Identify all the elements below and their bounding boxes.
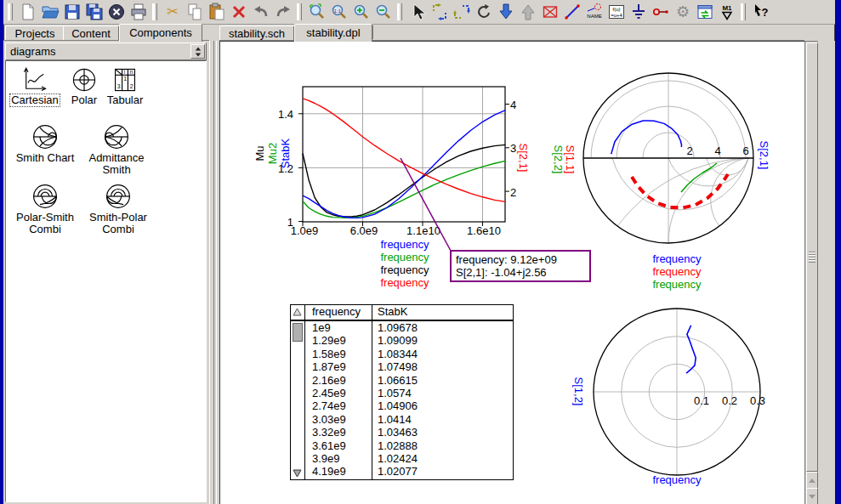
close-icon	[107, 3, 126, 21]
svg-text:2: 2	[130, 83, 134, 89]
table-cell: 4.19e9	[312, 465, 372, 478]
marker-button[interactable]: M1	[717, 2, 737, 22]
zoom-out-button[interactable]	[373, 2, 394, 22]
rotate-button[interactable]	[474, 2, 494, 22]
tabular-diagram[interactable]: frequency StabK 1e9 1.29e9 1.58e9 1.87e9…	[290, 304, 514, 480]
delete-button[interactable]	[229, 2, 249, 22]
table-cell: 1e9	[312, 321, 372, 334]
sidebar-item-label: Polar	[70, 93, 99, 107]
ground-button[interactable]	[628, 2, 649, 22]
svg-text:M1: M1	[722, 4, 732, 12]
paste-button[interactable]	[207, 2, 227, 22]
undo-button[interactable]	[251, 2, 271, 22]
port-button[interactable]	[651, 2, 671, 22]
zoom-in-button[interactable]	[351, 2, 372, 22]
save-all-button[interactable]	[84, 2, 105, 22]
sidebar-item-admittance-smith[interactable]: Admittance Smith	[82, 122, 151, 177]
wire-label-button[interactable]: NAME	[584, 2, 605, 22]
wire-button[interactable]	[562, 2, 582, 22]
print-icon	[129, 3, 148, 21]
toolbar-handle[interactable]	[8, 3, 13, 20]
copy-button[interactable]	[185, 2, 205, 22]
print-button[interactable]	[128, 2, 149, 22]
x-axis-tick: 1.0e9	[286, 224, 323, 237]
table-cell: 3.03e9	[312, 413, 372, 426]
polar-smith-combi-icon	[31, 182, 60, 211]
mirror-x-button[interactable]	[429, 2, 450, 22]
table-cell: 1.07498	[378, 360, 513, 373]
deactivate-button[interactable]	[540, 2, 560, 22]
cut-button[interactable]: ✂	[162, 2, 183, 22]
paste-icon	[207, 3, 226, 21]
sidebar-item-label: Smith-Polar Combi	[82, 211, 154, 236]
combobox-spin-button[interactable]	[190, 44, 205, 59]
zoom-1-1-icon: 1:1	[330, 3, 349, 21]
save-button[interactable]	[62, 2, 82, 22]
push-into-button[interactable]	[496, 2, 516, 22]
toolbar: ✂ 1:1 NAME f(u)=u+4 ⚙ M1 ?	[3, 0, 835, 25]
tab-stability-dpl[interactable]: stability.dpl	[294, 24, 372, 42]
select-button[interactable]	[407, 2, 428, 22]
scrollbar-down-button[interactable]	[806, 488, 818, 504]
open-button[interactable]	[40, 2, 60, 22]
table-cell: 1.09678	[378, 321, 513, 334]
pop-out-button[interactable]	[518, 2, 538, 22]
sidebar-item-smith-chart[interactable]: Smith Chart	[11, 122, 79, 165]
zoom-in-icon	[352, 3, 371, 21]
sidebar-item-polar-smith-combi[interactable]: Polar-Smith Combi	[11, 182, 79, 236]
marker-box[interactable]: frequency: 9.12e+09 S[2,1]: -1.04+j2.56	[450, 250, 591, 282]
polar-tick: 0.2	[719, 394, 740, 407]
view-data-button[interactable]	[695, 2, 715, 22]
data-display-canvas[interactable]: 1.4 1.2 1 4 3 2 1.0e9 6.0e9 1.1e10 1.6e1…	[219, 41, 805, 504]
toolbar-handle[interactable]	[152, 3, 157, 20]
close-button[interactable]	[106, 2, 127, 22]
sidebar-item-label: Polar-Smith Combi	[11, 211, 79, 236]
toolbar-handle[interactable]	[297, 3, 302, 20]
table-cell: 1.87e9	[312, 360, 372, 373]
combi-tick: 6	[737, 144, 754, 157]
new-button[interactable]	[18, 2, 38, 22]
svg-text:?: ?	[762, 6, 769, 19]
pop-out-icon	[519, 3, 537, 21]
zoom-1-1-button[interactable]: 1:1	[329, 2, 349, 22]
components-panel: diagrams Cartesian Polar in132 Tabular S…	[3, 41, 209, 504]
equation-button[interactable]: f(u)=u+4	[606, 2, 627, 22]
tab-stability-sch[interactable]: stability.sch	[219, 25, 294, 40]
deactivate-icon	[541, 3, 560, 21]
polar-diagram[interactable]	[592, 307, 762, 477]
scroll-up-icon[interactable]	[293, 308, 302, 316]
table-scroll-thumb[interactable]	[293, 323, 303, 342]
toolbar-handle[interactable]	[741, 3, 746, 20]
sidebar-item-label: Cartesian	[9, 93, 60, 107]
scrollbar-thumb[interactable]	[806, 42, 818, 472]
right-axis-label-s21: S[2,1]	[517, 124, 530, 192]
component-category-combobox[interactable]: diagrams	[5, 42, 207, 60]
sidebar-item-polar[interactable]: Polar	[65, 66, 103, 107]
svg-text:f(u): f(u)	[613, 7, 621, 12]
zoom-fit-button[interactable]	[307, 2, 327, 22]
open-folder-icon	[41, 3, 60, 21]
tab-components[interactable]: Components	[119, 24, 202, 42]
whats-this-button[interactable]: ?	[751, 2, 771, 22]
scrollbar-up-button[interactable]	[806, 472, 818, 489]
sidebar-item-cartesian[interactable]: Cartesian	[9, 66, 60, 107]
table-cell: 3.9e9	[312, 452, 372, 465]
polar-smith-combi-diagram[interactable]	[575, 65, 762, 252]
window-margin	[818, 41, 835, 504]
mirror-y-button[interactable]	[452, 2, 472, 22]
simulate-button[interactable]: ⚙	[673, 2, 693, 22]
tab-content[interactable]: Content	[63, 25, 119, 40]
stabk-column: 1.09678 1.09099 1.08344 1.07498 1.06615 …	[372, 321, 513, 479]
sidebar-item-tabular[interactable]: in132 Tabular	[103, 66, 147, 107]
table-scroll-column	[291, 305, 305, 320]
toolbar-handle[interactable]	[397, 3, 402, 20]
table-cell: 1.02077	[378, 465, 513, 478]
qucs-window: ✂ 1:1 NAME f(u)=u+4 ⚙ M1 ? Projects C	[0, 0, 841, 504]
sidebar-item-smith-polar-combi[interactable]: Smith-Polar Combi	[82, 182, 154, 236]
scroll-down-icon[interactable]	[293, 469, 302, 478]
redo-button[interactable]	[273, 2, 293, 22]
undo-icon	[252, 3, 270, 21]
document-tabbar: stability.sch stability.dpl	[219, 24, 804, 41]
tab-projects[interactable]: Projects	[5, 25, 65, 40]
zoom-fit-icon	[308, 3, 327, 21]
